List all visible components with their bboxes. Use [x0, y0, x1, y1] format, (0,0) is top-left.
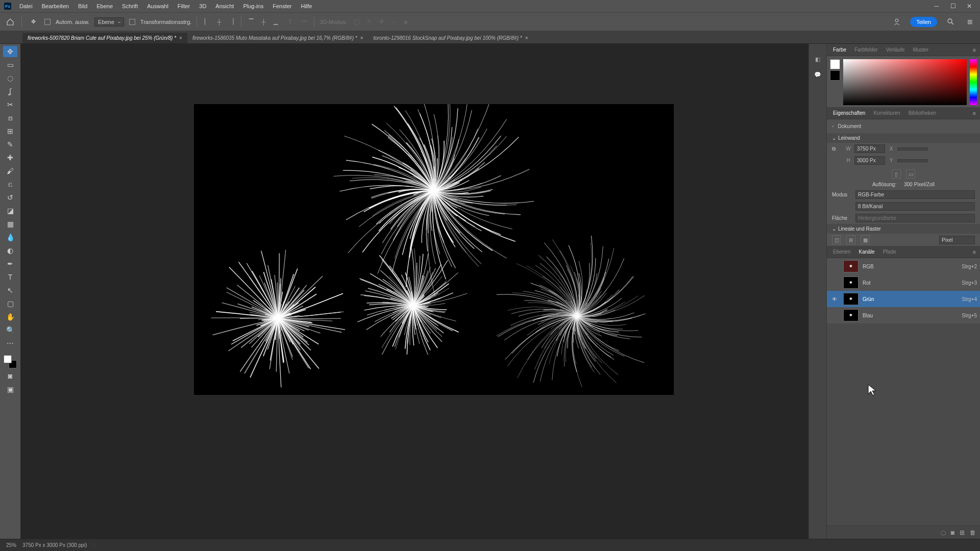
orientation-landscape-icon[interactable]: ▭	[906, 169, 915, 179]
blur-tool[interactable]: 💧	[3, 232, 17, 243]
tab-bibliotheken[interactable]: Bibliotheken	[904, 108, 940, 118]
eraser-tool[interactable]: ◪	[3, 205, 17, 216]
menu-plugins[interactable]: Plug-ins	[242, 2, 264, 10]
fg-color-swatch[interactable]	[830, 59, 840, 69]
rectangle-tool[interactable]: ▢	[3, 298, 17, 309]
quick-select-tool[interactable]: ✂	[3, 99, 17, 110]
color-field[interactable]	[843, 59, 967, 105]
zoom-tool[interactable]: 🔍	[3, 324, 17, 336]
document-tab[interactable]: fireworks-1586035 Muto Masataka auf Pixa…	[187, 33, 369, 43]
x-input[interactable]	[897, 147, 928, 151]
tab-eigenschaften[interactable]: Eigenschaften	[829, 108, 869, 118]
distribute-icon[interactable]: ⋮	[285, 17, 295, 27]
crop-tool[interactable]: ⧈	[3, 112, 17, 123]
align-vcenter-icon[interactable]: ┼	[259, 17, 268, 27]
close-tab-icon[interactable]: ×	[360, 35, 363, 41]
bg-color-swatch[interactable]	[830, 70, 840, 81]
home-icon[interactable]	[4, 16, 16, 28]
grid-icon[interactable]: ⊞	[846, 235, 855, 244]
menu-bearbeiten[interactable]: Bearbeiten	[41, 2, 70, 10]
load-selection-icon[interactable]: ◌	[941, 529, 946, 536]
healing-brush-tool[interactable]: ✚	[3, 152, 17, 163]
menu-3d[interactable]: 3D	[198, 2, 207, 10]
tab-farbfelder[interactable]: Farbfelder	[850, 45, 882, 55]
dodge-tool[interactable]: ◐	[3, 245, 17, 256]
channel-row-rot[interactable]: ✺ Rot Strg+3	[827, 274, 980, 291]
auto-select-target-dropdown[interactable]: Ebene	[94, 17, 124, 27]
workspace-icon[interactable]: ▥	[964, 16, 976, 28]
menu-bild[interactable]: Bild	[77, 2, 88, 10]
width-input[interactable]: 3750 Px	[854, 144, 885, 153]
move-tool[interactable]: ✥	[3, 46, 17, 57]
align-right-icon[interactable]: ▕	[227, 17, 236, 27]
screen-mode-icon[interactable]: ▣	[3, 384, 17, 395]
pen-tool[interactable]: ✒	[3, 258, 17, 269]
document-tab[interactable]: fireworks-5007820 Briam Cute auf Pixabay…	[22, 33, 187, 43]
color-mode-dropdown[interactable]: RGB-Farbe	[855, 190, 975, 199]
visibility-toggle-icon[interactable]: 👁	[830, 296, 839, 302]
status-flyout-icon[interactable]: 〉	[93, 542, 98, 549]
move-tool-indicator-icon[interactable]: ✥	[27, 16, 39, 28]
search-icon[interactable]	[944, 16, 957, 28]
align-hcenter-icon[interactable]: ┼	[214, 17, 224, 27]
window-minimize-icon[interactable]: ─	[933, 3, 940, 10]
rulers-icon[interactable]: ◫	[832, 235, 841, 244]
gradient-tool[interactable]: ▦	[3, 218, 17, 230]
new-channel-icon[interactable]: ⊞	[960, 529, 965, 536]
save-selection-icon[interactable]: ◙	[951, 529, 954, 536]
window-maximize-icon[interactable]: ☐	[949, 3, 957, 10]
menu-hilfe[interactable]: Hilfe	[300, 2, 313, 10]
orientation-portrait-icon[interactable]: ▯	[892, 169, 901, 179]
clone-stamp-tool[interactable]: ⎌	[3, 179, 17, 190]
marquee-tool[interactable]: ◌	[3, 72, 17, 84]
close-tab-icon[interactable]: ×	[179, 35, 182, 41]
tab-verlaeufe[interactable]: Verläufe	[882, 45, 909, 55]
quick-mask-icon[interactable]: ◙	[3, 370, 17, 382]
bit-depth-dropdown[interactable]: 8 Bit/Kanal	[855, 202, 975, 211]
panel-shortcut-icon[interactable]: 💬	[813, 69, 823, 80]
frame-tool[interactable]: ⊞	[3, 126, 17, 137]
link-dimensions-icon[interactable]: ⧉	[832, 146, 841, 152]
panel-menu-icon[interactable]: ≡	[971, 47, 978, 53]
channel-row-rgb[interactable]: ✺ RGB Strg+2	[827, 258, 980, 274]
brush-tool[interactable]: 🖌	[3, 165, 17, 177]
tab-korrekturen[interactable]: Korrekturen	[869, 108, 904, 118]
delete-channel-icon[interactable]: 🗑	[970, 529, 976, 536]
artboard-tool[interactable]: ▭	[3, 59, 17, 70]
section-lineale[interactable]: ⌄Lineale und Raster	[827, 224, 980, 234]
tab-kanaele[interactable]: Kanäle	[854, 247, 878, 257]
history-brush-tool[interactable]: ↺	[3, 192, 17, 203]
color-swatches[interactable]	[4, 355, 17, 368]
close-tab-icon[interactable]: ×	[525, 35, 528, 41]
eyedropper-tool[interactable]: ✎	[3, 139, 17, 150]
document-tab[interactable]: toronto-1298016 StockSnap auf Pixabay.jp…	[369, 33, 533, 43]
transform-controls-checkbox[interactable]	[129, 19, 135, 25]
panel-shortcut-icon[interactable]: ◧	[813, 54, 823, 64]
panel-menu-icon[interactable]: ≡	[971, 110, 978, 116]
tab-pfade[interactable]: Pfade	[879, 247, 900, 257]
guides-icon[interactable]: ▦	[861, 235, 870, 244]
orbit-3d-icon[interactable]: ◯	[352, 17, 361, 27]
canvas-area[interactable]	[20, 44, 808, 539]
edit-toolbar-icon[interactable]: ⋯	[3, 338, 17, 349]
y-input[interactable]	[897, 159, 928, 162]
tab-muster[interactable]: Muster	[909, 45, 933, 55]
foreground-color-swatch[interactable]	[4, 355, 12, 363]
hue-slider[interactable]	[970, 59, 977, 105]
menu-fenster[interactable]: Fenster	[272, 2, 292, 10]
user-icon[interactable]	[891, 16, 903, 28]
align-top-icon[interactable]: ▔	[247, 17, 256, 27]
lasso-tool[interactable]: ʆ	[3, 86, 17, 97]
align-bottom-icon[interactable]: ▁	[271, 17, 280, 27]
fill-dropdown[interactable]: Hintergrundfarbe	[855, 214, 975, 222]
channel-row-blau[interactable]: ✺ Blau Strg+5	[827, 307, 980, 323]
type-tool[interactable]: T	[3, 271, 17, 283]
menu-filter[interactable]: Filter	[177, 2, 191, 10]
zoom-level[interactable]: 25%	[6, 542, 16, 548]
menu-auswahl[interactable]: Auswahl	[146, 2, 169, 10]
units-dropdown[interactable]: Pixel	[939, 236, 975, 244]
menu-schrift[interactable]: Schrift	[121, 2, 139, 10]
pan-3d-icon[interactable]: ✥	[377, 17, 386, 27]
more-options-icon[interactable]: ⋯	[300, 17, 309, 27]
slide-3d-icon[interactable]: ↔	[389, 17, 398, 27]
